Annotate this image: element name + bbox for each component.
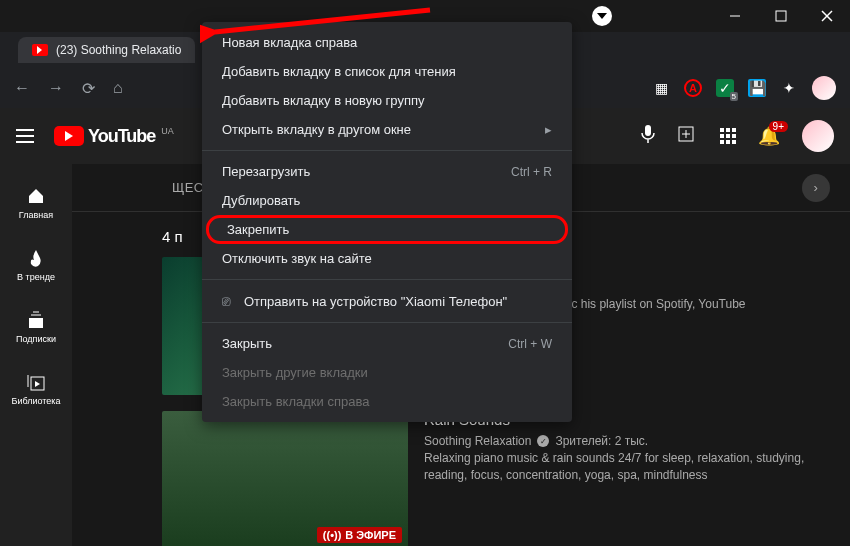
annotation-arrow [200,4,440,44]
tab-context-menu: Новая вкладка справа Добавить вкладку в … [202,22,572,422]
svg-line-13 [215,10,430,32]
sidebar-trending[interactable]: В тренде [0,234,72,296]
cast-icon: ⎚ [222,293,230,309]
extension-shield-icon[interactable]: ✓ [716,79,734,97]
sidebar-subscriptions[interactable]: Подписки [0,296,72,358]
notifications-button[interactable]: 🔔9+ [758,125,780,147]
ctx-cast[interactable]: ⎚Отправить на устройство "Xiaomi Телефон… [202,286,572,316]
video-row[interactable]: ((•)) В ЭФИРЕ Rain Sounds Soothing Relax… [162,411,850,546]
forward-button[interactable]: → [48,79,64,97]
ctx-duplicate[interactable]: Дублировать [202,186,572,215]
ctx-add-reading-list[interactable]: Добавить вкладку в список для чтения [202,57,572,86]
back-button[interactable]: ← [14,79,30,97]
svg-rect-8 [29,318,43,328]
tab-title: (23) Soothing Relaxatio [56,43,181,57]
divider [202,322,572,323]
ctx-add-to-group[interactable]: Добавить вкладку в новую группу [202,86,572,115]
create-button[interactable] [678,126,698,147]
apps-button[interactable] [720,128,736,144]
ctx-mute[interactable]: Отключить звук на сайте [202,244,572,273]
maximize-button[interactable] [758,0,804,32]
video-thumbnail[interactable]: ((•)) В ЭФИРЕ [162,411,408,546]
extension-save-icon[interactable]: 💾 [748,79,766,97]
ctx-open-in-window[interactable]: Открыть вкладку в другом окне▸ [202,115,572,144]
adblock-icon[interactable]: A [684,79,702,97]
submenu-arrow-icon: ▸ [545,122,552,137]
minimize-button[interactable] [712,0,758,32]
svg-rect-4 [645,125,651,136]
verified-icon: ✓ [537,435,549,447]
voice-search-button[interactable] [640,124,656,149]
svg-rect-1 [776,11,786,21]
divider [202,150,572,151]
live-badge: ((•)) В ЭФИРЕ [317,527,402,543]
menu-button[interactable] [16,129,34,143]
ctx-close-others: Закрыть другие вкладки [202,358,572,387]
ctx-close-right: Закрыть вкладки справа [202,387,572,416]
youtube-sidebar: Главная В тренде Подписки Библиотека [0,164,72,546]
reload-button[interactable]: ⟳ [82,79,95,98]
close-window-button[interactable] [804,0,850,32]
user-avatar[interactable] [802,120,834,152]
sidebar-library[interactable]: Библиотека [0,358,72,420]
browser-tab[interactable]: (23) Soothing Relaxatio [18,37,195,63]
video-channel[interactable]: Soothing Relaxation ✓ Зрителей: 2 тыс. [424,434,834,448]
divider [202,279,572,280]
opera-menu-icon[interactable] [592,6,612,26]
sidebar-home[interactable]: Главная [0,172,72,234]
browser-profile-avatar[interactable] [812,76,836,100]
notification-badge: 9+ [769,121,788,132]
ctx-close[interactable]: ЗакрытьCtrl + W [202,329,572,358]
youtube-favicon [32,44,48,56]
extension-icon[interactable]: ▦ [652,79,670,97]
extensions-puzzle-icon[interactable]: ✦ [780,79,798,97]
youtube-logo[interactable]: YouTube UA [54,126,174,147]
ctx-pin[interactable]: Закрепить [206,215,568,244]
youtube-logo-icon [54,126,84,146]
home-button[interactable]: ⌂ [113,79,123,97]
tabs-next-arrow[interactable]: › [802,174,830,202]
ctx-reload[interactable]: ПерезагрузитьCtrl + R [202,157,572,186]
video-description: Relaxing piano music & rain sounds 24/7 … [424,450,834,484]
